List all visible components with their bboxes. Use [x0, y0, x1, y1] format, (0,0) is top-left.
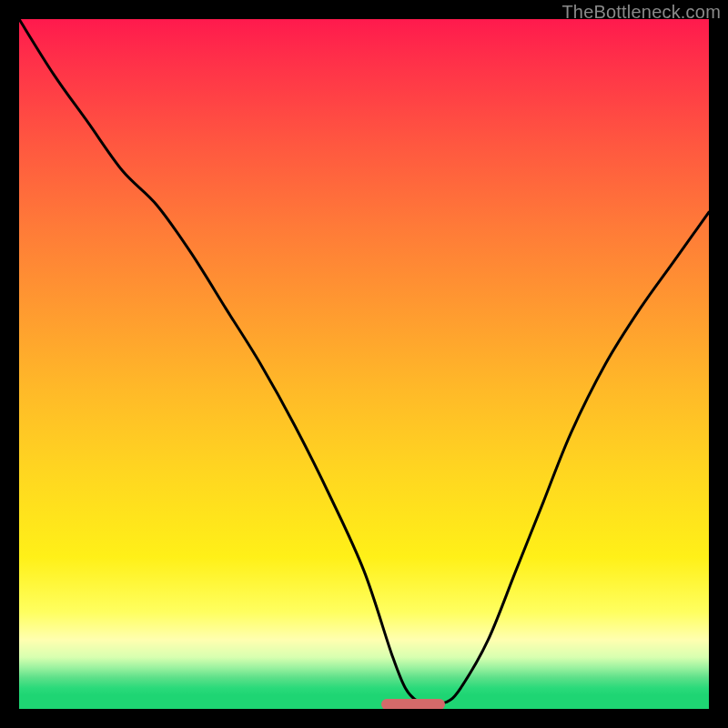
watermark-text: TheBottleneck.com — [561, 2, 721, 23]
optimal-range-marker — [381, 699, 445, 709]
bottleneck-curve — [19, 19, 709, 709]
curve-path — [19, 19, 709, 703]
plot-area — [19, 19, 709, 709]
chart-frame: TheBottleneck.com — [0, 0, 728, 728]
